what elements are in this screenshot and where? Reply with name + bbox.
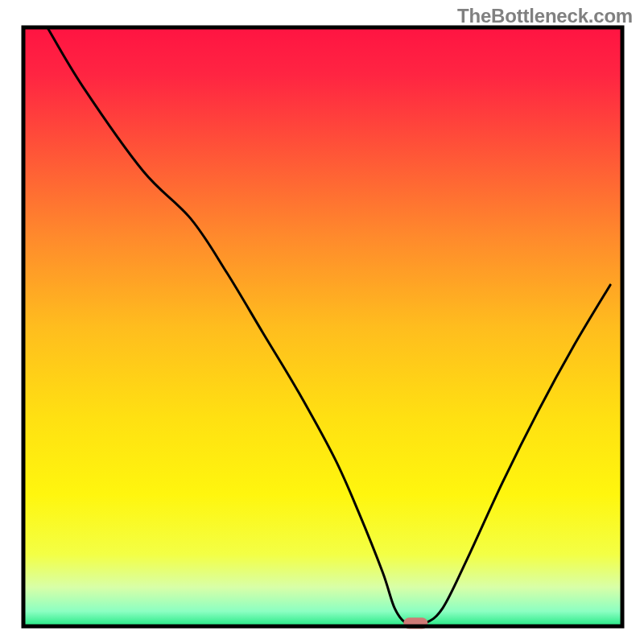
chart-container: { "watermark": "TheBottleneck.com", "col…	[0, 0, 644, 644]
plot-background	[23, 27, 622, 626]
bottleneck-chart	[0, 0, 644, 644]
